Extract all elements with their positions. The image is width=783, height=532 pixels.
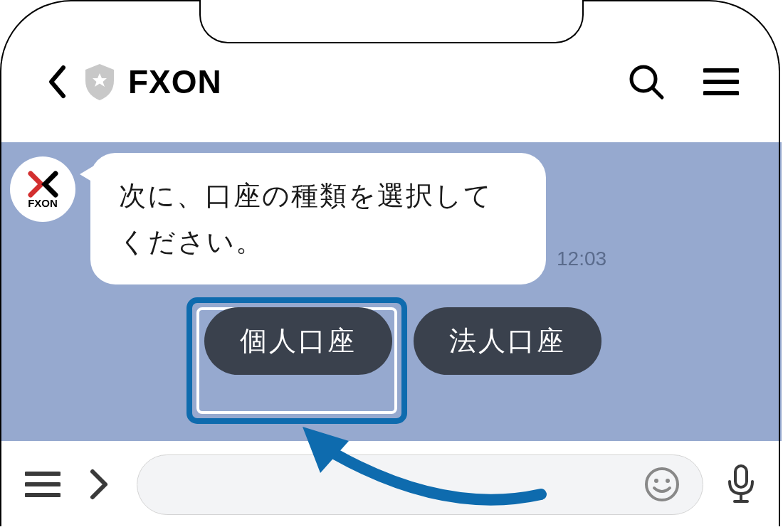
smiley-icon [644,467,680,502]
avatar-logo: FXON [23,170,63,209]
chat-avatar[interactable]: FXON [10,156,75,222]
chevron-right-icon [89,467,110,501]
search-button[interactable] [626,63,666,102]
svg-point-10 [666,479,670,483]
back-button[interactable] [43,60,71,103]
chevron-left-icon [47,64,67,100]
search-icon [628,63,665,100]
input-expand-button[interactable] [80,465,119,504]
chat-header: FXON [0,53,783,110]
avatar-label: FXON [28,197,58,209]
shield-icon [82,63,117,102]
message-input[interactable] [137,454,703,515]
personal-account-button[interactable]: 個人口座 [204,307,392,375]
input-menu-button[interactable] [23,465,62,504]
hamburger-icon [703,68,739,96]
svg-line-1 [653,88,662,97]
phone-notch [199,0,584,43]
svg-point-9 [654,479,658,483]
message-text: 次に、口座の種類を選択してください。 [119,173,517,265]
option-buttons: 個人口座 法人口座 [204,307,601,375]
hamburger-icon [25,471,61,498]
microphone-icon [726,464,756,505]
menu-button[interactable] [701,63,740,102]
microphone-button[interactable] [721,465,760,504]
header-actions [626,63,740,102]
chat-area: FXON 次に、口座の種類を選択してください。 12:03 個人口座 法人口座 [1,142,782,441]
svg-rect-11 [735,466,747,487]
emoji-button[interactable] [642,465,681,504]
message-bubble: 次に、口座の種類を選択してください。 [90,153,546,284]
chat-title: FXON [128,63,222,101]
svg-point-8 [646,469,678,500]
input-bar [1,442,782,526]
phone-frame: FXON [0,0,783,532]
message-timestamp: 12:03 [557,248,606,270]
corporate-account-button[interactable]: 法人口座 [414,307,601,375]
